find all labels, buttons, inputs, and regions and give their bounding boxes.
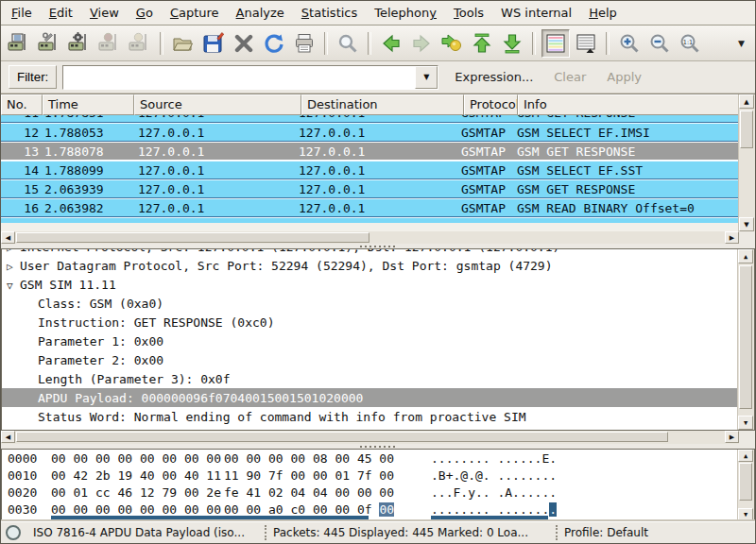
start-capture-button[interactable]: [65, 29, 94, 58]
menu-tools[interactable]: Tools: [445, 3, 492, 23]
menu-telephony[interactable]: Telephony: [366, 3, 445, 23]
reload-button[interactable]: [260, 29, 288, 58]
menu-go[interactable]: Go: [128, 3, 162, 23]
open-folder-icon: [172, 32, 195, 55]
packet-row-14[interactable]: 141.788099127.0.0.1127.0.0.1GSMTAPGSM SE…: [1, 161, 739, 179]
restart-capture-button[interactable]: [126, 29, 154, 58]
scroll-up-button[interactable]: ▲: [739, 94, 754, 109]
clear-button[interactable]: Clear: [549, 67, 591, 87]
detail-row-instruction[interactable]: Instruction: GET RESPONSE (0xc0): [2, 313, 754, 332]
column-header-destination[interactable]: Destination: [301, 94, 464, 115]
hex-row-0020[interactable]: 002000 01 cc 46 12 79 00 2efe 41 02 04 0…: [2, 485, 754, 502]
apply-button[interactable]: Apply: [602, 67, 646, 87]
go-to-bottom-button[interactable]: [498, 29, 526, 58]
hex-row-0040-highlight-clipped: [51, 516, 369, 519]
column-header-source[interactable]: Source: [134, 94, 301, 115]
packet-list-hscrollbar[interactable]: ◀ ▶: [1, 231, 739, 245]
expression-button[interactable]: Expression...: [450, 67, 538, 87]
column-header-protocol[interactable]: Protocol: [464, 94, 518, 115]
menu-analyze[interactable]: Analyze: [228, 3, 293, 23]
menu-capture[interactable]: Capture: [162, 3, 228, 23]
find-packet-button[interactable]: [334, 29, 362, 58]
save-file-button[interactable]: [199, 29, 228, 58]
colorize-button[interactable]: [541, 29, 570, 58]
zoom-in-button[interactable]: [615, 29, 644, 58]
scroll-right-button[interactable]: ▶: [725, 231, 739, 244]
toolbar-overflow-button[interactable]: ▼: [730, 39, 752, 48]
scroll-thumb[interactable]: [740, 110, 753, 148]
expander-collapsed-icon[interactable]: ▷: [7, 249, 20, 254]
scroll-left-button[interactable]: ◀: [1, 231, 15, 244]
menu-help[interactable]: Help: [580, 3, 626, 23]
detail-row-parameter1[interactable]: Parameter 1: 0x00: [2, 332, 754, 350]
open-file-button[interactable]: [169, 29, 198, 58]
close-file-button[interactable]: [230, 29, 258, 58]
menu-edit[interactable]: Edit: [41, 3, 81, 23]
packet-list-vscrollbar[interactable]: ▲ ▼: [738, 94, 755, 231]
hex-row-0000[interactable]: 000000 00 00 00 00 00 00 0000 00 00 00 0…: [2, 451, 754, 468]
menu-file[interactable]: File: [3, 3, 41, 23]
detail-row-length[interactable]: Length (Parameter 3): 0x0f: [2, 369, 754, 388]
scroll-thumb[interactable]: [16, 232, 369, 243]
detail-row-gsm-sim[interactable]: ▽GSM SIM 11.11: [2, 275, 754, 294]
detail-row-apdu-payload-selected[interactable]: APDU Payload: 000000096f0704001500150102…: [2, 388, 754, 407]
packet-row-11[interactable]: 111.787851127.0.0.1127.0.0.1GSMTAPGSM GE…: [1, 115, 739, 123]
scroll-thumb[interactable]: [739, 463, 752, 501]
bytes-vscrollbar[interactable]: ▲ ▼: [737, 450, 754, 520]
stop-capture-icon: [98, 32, 121, 55]
scroll-left-button[interactable]: ◀: [1, 431, 15, 443]
expert-info-icon[interactable]: [6, 525, 21, 540]
chevron-down-icon: ▼: [423, 73, 429, 81]
auto-scroll-icon: [575, 32, 597, 55]
menu-ws-internal[interactable]: WS internal: [492, 3, 580, 23]
column-header-time[interactable]: Time: [43, 94, 134, 115]
go-to-packet-button[interactable]: [438, 29, 466, 58]
packet-row-17-clipped[interactable]: [1, 217, 739, 223]
packet-row-16[interactable]: 162.063982127.0.0.1127.0.0.1GSMTAPGSM RE…: [1, 198, 739, 217]
capture-options-button[interactable]: [35, 29, 63, 58]
expander-expanded-icon[interactable]: ▽: [7, 280, 20, 292]
scroll-right-button[interactable]: ▶: [725, 431, 739, 443]
scroll-up-button[interactable]: ▲: [738, 249, 753, 264]
column-header-info[interactable]: Info: [518, 94, 739, 115]
print-button[interactable]: [290, 29, 318, 58]
packet-bytes-pane: 000000 00 00 00 00 00 00 0000 00 00 00 0…: [1, 449, 755, 521]
details-vscrollbar[interactable]: ▲ ▼: [737, 249, 754, 430]
go-to-top-button[interactable]: [468, 29, 496, 58]
scroll-down-button[interactable]: ▼: [738, 508, 753, 520]
packet-row-12[interactable]: 121.788053127.0.0.1127.0.0.1GSMTAPGSM SE…: [1, 123, 739, 142]
filter-dropdown-button[interactable]: ▼: [415, 66, 438, 89]
detail-row-class[interactable]: Class: GSM (0xa0): [2, 294, 754, 313]
filter-button[interactable]: Filter:: [9, 65, 57, 89]
details-hscrollbar[interactable]: ◀ ▶: [1, 431, 739, 444]
stop-capture-button[interactable]: [95, 29, 124, 58]
expander-collapsed-icon[interactable]: ▷: [7, 261, 20, 273]
filter-input[interactable]: [63, 66, 415, 89]
go-back-button[interactable]: [377, 29, 405, 58]
status-profile[interactable]: Profile: Default: [558, 526, 655, 539]
zoom-out-button[interactable]: [645, 29, 674, 58]
detail-row-udp[interactable]: ▷User Datagram Protocol, Src Port: 52294…: [2, 256, 754, 275]
detail-row-parameter2[interactable]: Parameter 2: 0x00: [2, 350, 754, 369]
scroll-thumb[interactable]: [739, 265, 752, 409]
zoom-100-button[interactable]: 1:1: [676, 29, 704, 58]
packet-list-pane: No. Time Source Destination Protocol Inf…: [1, 94, 755, 231]
highlighted-byte: 00: [379, 502, 394, 517]
list-interfaces-button[interactable]: [5, 29, 33, 58]
packet-row-15[interactable]: 152.063939127.0.0.1127.0.0.1GSMTAPGSM GE…: [1, 179, 739, 198]
menu-view[interactable]: View: [81, 3, 128, 23]
auto-scroll-button[interactable]: [572, 29, 600, 58]
scroll-down-button[interactable]: ▼: [739, 217, 754, 231]
scroll-thumb[interactable]: [16, 432, 668, 442]
scroll-down-button[interactable]: ▼: [738, 416, 753, 430]
packet-row-13-selected[interactable]: 131.788078127.0.0.1127.0.0.1GSMTAPGSM GE…: [1, 142, 739, 161]
status-field-info: ISO 7816-4 APDU Data Payload (iso...: [26, 526, 265, 539]
menu-statistics[interactable]: Statistics: [293, 3, 366, 23]
scroll-up-button[interactable]: ▲: [738, 450, 753, 462]
column-header-no[interactable]: No.: [1, 94, 43, 115]
detail-row-ip[interactable]: ▷Internet Protocol, Src: 127.0.0.1 (127.…: [2, 249, 754, 256]
detail-row-status-word[interactable]: Status Word: Normal ending of command wi…: [2, 407, 754, 426]
hex-row-0010[interactable]: 001000 42 2b 19 40 00 40 1111 90 7f 00 0…: [2, 468, 754, 485]
chevron-down-icon: ▼: [738, 39, 745, 48]
go-forward-button[interactable]: [407, 29, 436, 58]
